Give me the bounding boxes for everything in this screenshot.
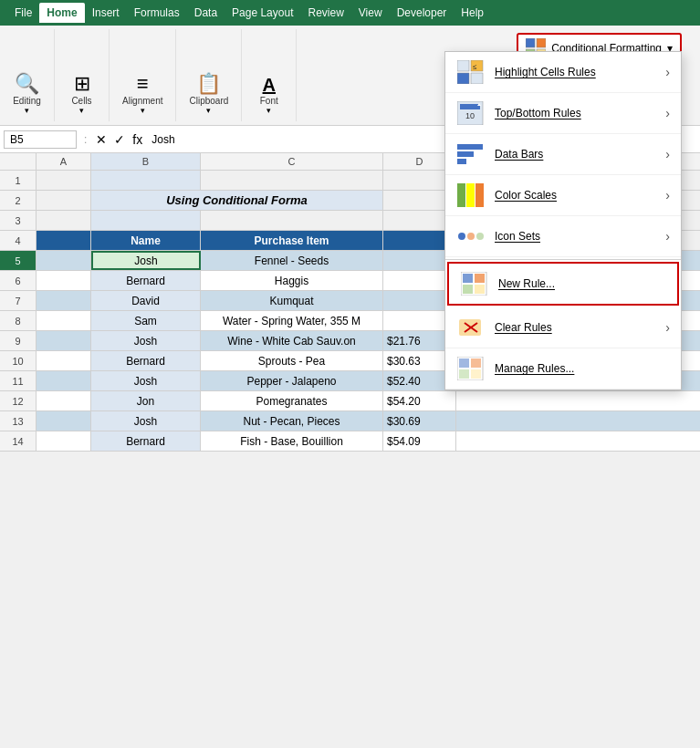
svg-rect-7 [471,73,483,84]
cell-b6[interactable]: Bernard [91,271,201,290]
row-num-1[interactable]: 1 [0,171,37,191]
insert-function-icon[interactable]: fx [131,130,144,149]
cell-b10[interactable]: Bernard [91,351,201,370]
col-header-c[interactable]: C [201,153,383,170]
cells-button[interactable]: ⊞ Cells ▾ [64,71,100,118]
row-num-14[interactable]: 14 [0,431,37,452]
cell-d12[interactable]: $54.20 [383,391,456,410]
cell-b8[interactable]: Sam [91,311,201,330]
row-num-4[interactable]: 4 [0,231,37,251]
cell-a5[interactable] [37,251,91,270]
confirm-formula-icon[interactable]: ✓ [112,130,127,149]
menu-home[interactable]: Home [39,3,84,23]
cell-a14[interactable] [37,431,91,451]
row-num-12[interactable]: 12 [0,391,37,411]
cell-b4-header[interactable]: Name [91,231,201,250]
cell-c14[interactable]: Fish - Base, Bouillion [201,431,383,451]
row-num-3[interactable]: 3 [0,211,37,231]
cell-c3[interactable] [201,211,383,230]
menu-developer[interactable]: Developer [390,3,454,23]
cell-b12[interactable]: Jon [91,391,201,410]
cell-c4-header[interactable]: Purchase Item [201,231,383,250]
cell-a8[interactable] [37,311,91,330]
cell-b2-title[interactable]: Using Conditional Forma [91,191,383,210]
clipboard-arrow: ▾ [206,106,211,115]
ribbon-group-alignment: ≡ Alignment ▾ [110,29,176,121]
manage-rules-item[interactable]: Manage Rules... [445,348,681,390]
cell-c7[interactable]: Kumquat [201,291,383,310]
cell-b5-selected[interactable]: Josh [91,251,201,270]
menu-pagelayout[interactable]: Page Layout [225,3,300,23]
cell-b14[interactable]: Bernard [91,431,201,451]
cell-b11[interactable]: Josh [91,371,201,390]
cell-a9[interactable] [37,331,91,350]
svg-rect-1 [537,38,546,47]
clipboard-button[interactable]: 📋 Clipboard ▾ [183,71,234,118]
cell-c5[interactable]: Fennel - Seeds [201,251,383,270]
row-num-7[interactable]: 7 [0,291,37,311]
menu-insert[interactable]: Insert [85,3,127,23]
highlight-cells-rules-item[interactable]: ≤ Highlight Cells Rules › [445,52,681,93]
font-button[interactable]: A Font ▾ [251,73,287,118]
color-scales-item[interactable]: Color Scales › [445,175,681,216]
cell-b13[interactable]: Josh [91,411,201,431]
cell-c9[interactable]: Wine - White Cab Sauv.on [201,331,383,350]
cell-a1[interactable] [37,171,91,190]
new-rule-label: New Rule... [498,277,666,290]
cell-c12[interactable]: Pomegranates [201,391,383,410]
svg-rect-18 [475,183,484,207]
data-bars-item[interactable]: Data Bars › [445,134,681,175]
col-header-a[interactable]: A [37,153,91,170]
cell-a7[interactable] [37,291,91,310]
row-num-10[interactable]: 10 [0,351,37,371]
cell-a13[interactable] [37,411,91,431]
row-num-6[interactable]: 6 [0,271,37,291]
cell-a6[interactable] [37,271,91,290]
cell-c11[interactable]: Pepper - Jalapeno [201,371,383,390]
clear-rules-item[interactable]: Clear Rules › [445,307,681,348]
menu-file[interactable]: File [7,3,39,23]
row-num-13[interactable]: 13 [0,411,37,431]
row-num-8[interactable]: 8 [0,311,37,331]
cell-c8[interactable]: Water - Spring Water, 355 M [201,311,383,330]
cell-b7[interactable]: David [91,291,201,310]
data-bars-arrow: › [665,147,670,161]
row-num-9[interactable]: 9 [0,331,37,351]
cell-c6[interactable]: Haggis [201,271,383,290]
top-bottom-rules-item[interactable]: 10 Top/Bottom Rules › [445,93,681,134]
row-num-11[interactable]: 11 [0,371,37,391]
cancel-formula-icon[interactable]: ✕ [94,130,109,149]
cell-b1[interactable] [91,171,201,190]
cell-d13[interactable]: $30.69 [383,411,456,431]
row-num-2[interactable]: 2 [0,191,37,211]
cell-c13[interactable]: Nut - Pecan, Pieces [201,411,383,431]
cell-a10[interactable] [37,351,91,370]
icon-sets-item[interactable]: Icon Sets › [445,216,681,257]
cell-b3[interactable] [91,211,201,230]
cell-a11[interactable] [37,371,91,390]
cell-c1[interactable] [201,171,383,190]
cell-a2[interactable] [37,191,91,210]
editing-button[interactable]: 🔍 Editing ▾ [7,71,47,118]
menu-data[interactable]: Data [187,3,225,23]
cell-reference-input[interactable]: B5 [4,130,77,149]
cell-a3[interactable] [37,211,91,230]
cell-c10[interactable]: Sprouts - Pea [201,351,383,370]
cell-b9[interactable]: Josh [91,331,201,350]
alignment-button[interactable]: ≡ Alignment ▾ [117,71,168,118]
menu-help[interactable]: Help [454,3,491,23]
color-scales-label: Color Scales [495,189,656,202]
new-rule-item[interactable]: New Rule... [447,262,679,306]
menu-formulas[interactable]: Formulas [127,3,187,23]
svg-rect-24 [475,274,485,283]
cell-a4[interactable] [37,231,91,250]
highlight-cells-arrow: › [665,65,670,79]
row-num-5[interactable]: 5 [0,251,37,271]
ribbon-group-font: A Font ▾ [242,29,297,121]
cell-d14[interactable]: $54.09 [383,431,456,451]
col-header-b[interactable]: B [91,153,201,170]
menu-review[interactable]: Review [300,3,350,23]
cell-a12[interactable] [37,391,91,410]
ribbon-group-clipboard: 📋 Clipboard ▾ [176,29,242,121]
menu-view[interactable]: View [351,3,390,23]
